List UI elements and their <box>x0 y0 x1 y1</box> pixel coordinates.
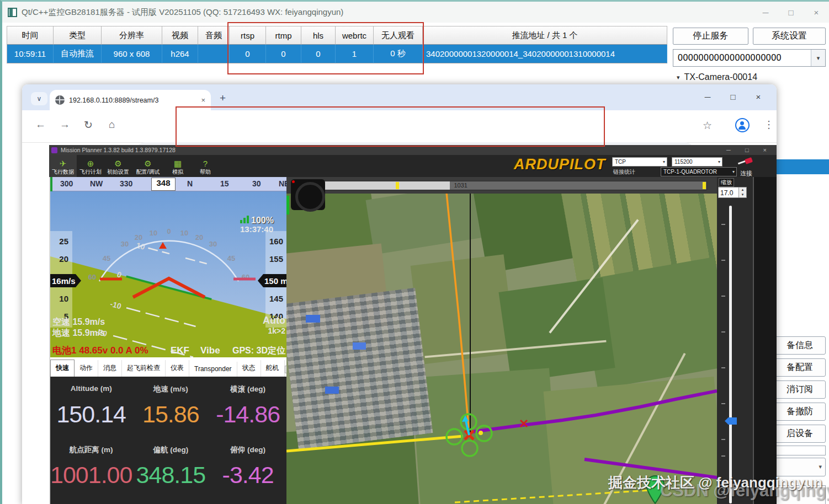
menu-flight-data[interactable]: ✈飞行数据 <box>49 155 77 177</box>
maximize-icon[interactable]: □ <box>778 4 804 20</box>
close-icon[interactable]: × <box>804 4 829 20</box>
mission-planner-window: Mission Planner 1.3.82 build 1.3.8979.17… <box>49 145 777 504</box>
profile-icon[interactable] <box>735 118 750 132</box>
cell-time[interactable]: 10:59:11 <box>7 45 54 63</box>
tab-close-icon[interactable]: × <box>201 96 205 104</box>
connect-label[interactable]: 连接 <box>740 169 752 178</box>
device-info-button[interactable]: 备信息 <box>774 336 826 355</box>
device-config-button[interactable]: 备配置 <box>774 358 826 377</box>
menu-initial-setup[interactable]: ⚙初始设置 <box>104 155 132 177</box>
home-icon[interactable]: ⌂ <box>109 119 115 131</box>
menu-config-tuning[interactable]: ⚙配置/调试 <box>132 155 164 177</box>
vibe-label: Vibe <box>200 345 220 356</box>
col-resolution[interactable]: 分辨率 <box>102 26 162 45</box>
gps-status: GPS: 3D定位 <box>232 346 286 355</box>
mp-right-strip <box>753 177 777 504</box>
quick-label: 横滚 (deg) <box>209 384 286 395</box>
tab-servo[interactable]: 舵机 <box>261 360 285 377</box>
gear-icon: ⚙ <box>114 159 121 168</box>
alt-tag: 150 m <box>264 276 286 286</box>
attitude-ball-gauge <box>291 179 325 210</box>
col-type[interactable]: 类型 <box>54 26 102 45</box>
globe-icon: ⊕ <box>87 159 94 168</box>
zoom-slider-handle[interactable] <box>725 417 737 425</box>
cell-resolution[interactable]: 960 x 608 <box>102 45 162 63</box>
spin-up-icon[interactable]: ▲ <box>739 187 746 192</box>
zoom-spinbox[interactable]: 17.0 ▲▼ <box>718 187 747 198</box>
map-zoom-panel: 缩放 17.0 ▲▼ <box>717 177 753 504</box>
map-view[interactable]: 1031 <box>286 177 717 504</box>
mp-maximize-icon[interactable]: □ <box>745 147 749 153</box>
mp-minimize-icon[interactable]: ─ <box>726 147 731 153</box>
menu-simulation[interactable]: ▦模拟 <box>164 155 192 177</box>
baud-rate-combo[interactable]: 115200▾ <box>672 157 722 167</box>
cell-type[interactable]: 自动推流 <box>54 45 102 63</box>
back-icon[interactable]: ← <box>35 119 46 131</box>
dropdown-arrow-icon: ▾ <box>732 169 736 174</box>
quick-value-yaw: 348.15 <box>132 462 209 500</box>
new-tab-button[interactable]: + <box>220 92 226 104</box>
mission-line-yellow <box>286 436 463 451</box>
link-combo[interactable]: TCP-1-QUADROTOR▾ <box>661 167 737 176</box>
svg-text:20: 20 <box>59 254 68 264</box>
tab-preflight[interactable]: 起飞前检查 <box>122 360 166 377</box>
hud-clock: 13:37:40 <box>240 224 273 234</box>
app-title: Qt/C++监控GB28181服务器 - 试用版 V20251105 (QQ: … <box>22 7 343 18</box>
connection-type-combo[interactable]: TCP▾ <box>612 157 667 167</box>
browser-close-icon[interactable]: × <box>746 89 771 104</box>
stop-service-button[interactable]: 停止服务 <box>673 28 748 45</box>
reload-icon[interactable]: ↻ <box>84 119 93 131</box>
progress-fill <box>312 181 450 190</box>
mission-progress-bar[interactable]: 1031 <box>311 181 707 190</box>
tab-gauges[interactable]: 仪表 <box>166 360 189 377</box>
cell-push-address[interactable]: 34020000001320000014_3402000000131000001… <box>423 45 667 63</box>
bookmark-star-icon[interactable]: ☆ <box>703 119 712 132</box>
tab-search-chevron-icon[interactable]: ∨ <box>31 92 47 105</box>
app-icon <box>8 8 17 17</box>
camera-tree-item[interactable]: ▾ TX-Camera-00014 <box>677 72 757 82</box>
col-audio[interactable]: 音频 <box>198 26 230 45</box>
connect-plug-icon[interactable] <box>738 157 752 166</box>
tab-quick[interactable]: 快速 <box>50 360 75 377</box>
forward-icon[interactable]: → <box>60 119 70 131</box>
restart-device-button[interactable]: 启设备 <box>774 425 826 443</box>
menu-flight-plan[interactable]: ⊕飞行计划 <box>77 155 104 177</box>
tree-expand-icon[interactable]: ▾ <box>677 74 680 81</box>
tab-transponder[interactable]: Transponder <box>189 362 237 377</box>
menu-help[interactable]: ?帮助 <box>192 155 219 177</box>
svg-text:10: 10 <box>59 294 68 303</box>
cell-audio[interactable] <box>198 45 230 63</box>
browser-maximize-icon[interactable]: □ <box>720 89 746 104</box>
col-time[interactable]: 时间 <box>7 26 54 45</box>
quick-data-panel: Altitude (m) 地速 (m/s) 横滚 (deg) 150.14 15… <box>49 377 286 504</box>
dropdown-arrow-icon[interactable]: ▾ <box>811 50 825 66</box>
cancel-subscribe-button[interactable]: 消订阅 <box>774 380 826 399</box>
quick-value-pitch: -3.42 <box>209 462 286 500</box>
svg-text:30: 30 <box>121 240 129 248</box>
cell-video[interactable]: h264 <box>162 45 198 63</box>
tab-status[interactable]: 状态 <box>237 360 261 377</box>
side-input[interactable] <box>774 446 826 455</box>
mp-close-icon[interactable]: × <box>763 147 767 153</box>
mission-line-purple <box>472 391 717 432</box>
zoom-slider-track[interactable] <box>729 206 732 503</box>
progress-tick <box>703 182 706 189</box>
app-titlebar: Qt/C++监控GB28181服务器 - 试用版 V20251105 (QQ: … <box>2 2 829 23</box>
svg-text:0: 0 <box>167 227 171 235</box>
mp-tabbar: 快速 动作 消息 起飞前检查 仪表 Transponder 状态 舵机 ◂ ▸ <box>49 357 286 377</box>
selected-tree-row[interactable] <box>777 159 829 174</box>
more-menu-icon[interactable]: ⋮ <box>764 119 774 131</box>
link-stats-label[interactable]: 链接统计 <box>613 168 635 176</box>
col-video[interactable]: 视频 <box>162 26 198 45</box>
spin-down-icon[interactable]: ▼ <box>739 192 746 197</box>
minimize-icon[interactable]: ─ <box>753 4 778 20</box>
col-push-address[interactable]: 推流地址 / 共 1 个 <box>423 26 667 45</box>
system-settings-button[interactable]: 系统设置 <box>753 28 826 45</box>
browser-minimize-icon[interactable]: ─ <box>695 89 720 104</box>
device-disarm-button[interactable]: 备撤防 <box>774 403 826 421</box>
tab-actions[interactable]: 动作 <box>75 360 98 377</box>
quick-label: 偏航 (deg) <box>132 445 209 456</box>
compass-tick <box>50 177 52 191</box>
tab-messages[interactable]: 消息 <box>98 360 122 377</box>
device-id-combobox[interactable]: 00000000000000000000 ▾ <box>673 49 826 67</box>
